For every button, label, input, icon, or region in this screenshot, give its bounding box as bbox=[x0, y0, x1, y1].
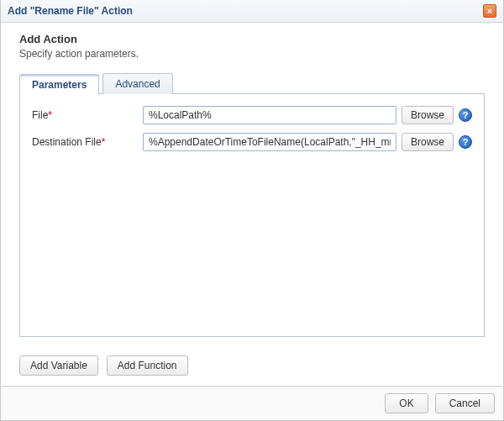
dialog-body: Add Action Specify action parameters. Pa… bbox=[1, 23, 503, 386]
page-heading: Add Action bbox=[19, 33, 485, 45]
label-file-text: File bbox=[32, 109, 48, 121]
row-destination-file: Destination File* Browse ? bbox=[32, 133, 472, 151]
required-marker: * bbox=[102, 136, 106, 148]
add-variable-button[interactable]: Add Variable bbox=[19, 355, 98, 376]
help-icon[interactable]: ? bbox=[459, 135, 472, 149]
file-input[interactable] bbox=[143, 106, 396, 124]
dialog-title: Add "Rename File" Action bbox=[8, 5, 133, 17]
tab-advanced[interactable]: Advanced bbox=[102, 73, 172, 94]
tab-parameters[interactable]: Parameters bbox=[19, 74, 99, 95]
close-icon: × bbox=[487, 6, 492, 16]
ok-button[interactable]: OK bbox=[385, 393, 428, 413]
label-file: File* bbox=[32, 109, 143, 121]
label-destination-file-text: Destination File bbox=[32, 136, 102, 148]
page-subheading: Specify action parameters. bbox=[19, 48, 485, 60]
row-file: File* Browse ? bbox=[32, 106, 472, 124]
browse-file-button[interactable]: Browse bbox=[402, 106, 454, 124]
tab-panel-parameters: File* Browse ? Destination File* Browse … bbox=[19, 93, 485, 337]
help-icon[interactable]: ? bbox=[459, 108, 472, 122]
browse-destination-button[interactable]: Browse bbox=[402, 133, 454, 151]
required-marker: * bbox=[48, 109, 52, 121]
cancel-button[interactable]: Cancel bbox=[435, 393, 495, 413]
dialog-container: Add "Rename File" Action × Add Action Sp… bbox=[0, 0, 504, 421]
close-button[interactable]: × bbox=[483, 4, 496, 18]
add-function-button[interactable]: Add Function bbox=[107, 355, 188, 376]
destination-file-input[interactable] bbox=[143, 133, 396, 151]
dialog-footer: OK Cancel bbox=[1, 386, 503, 420]
lower-button-row: Add Variable Add Function bbox=[19, 355, 485, 376]
label-destination-file: Destination File* bbox=[32, 136, 143, 148]
tabstrip: Parameters Advanced bbox=[19, 73, 485, 94]
titlebar: Add "Rename File" Action × bbox=[1, 0, 503, 23]
